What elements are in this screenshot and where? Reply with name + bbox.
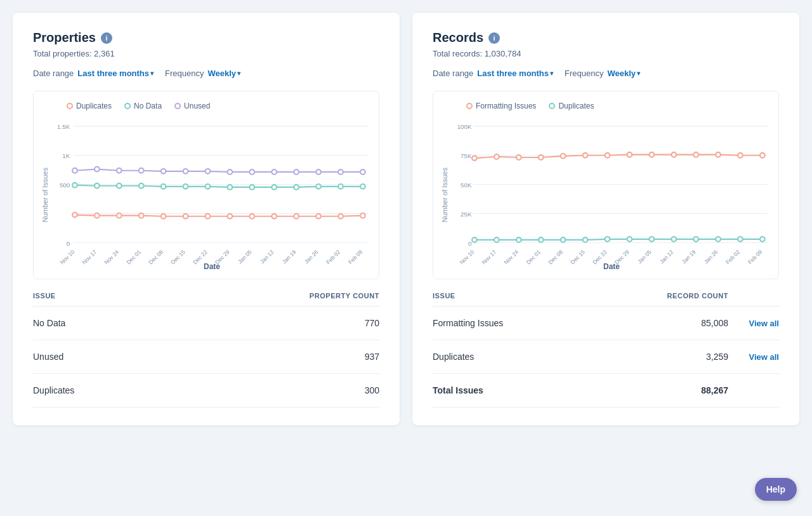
svg-point-40 [139,213,144,218]
view-all-formatting-link[interactable]: View all [728,319,779,328]
svg-point-80 [583,153,588,158]
svg-point-32 [272,185,277,190]
properties-frequency-value[interactable]: Weekly [207,69,240,78]
svg-point-23 [72,183,77,188]
svg-point-13 [161,169,166,174]
svg-point-14 [183,169,188,174]
legend-duplicates-records: Duplicates [549,102,594,110]
svg-point-48 [316,214,321,219]
legend-formatting-label: Formatting Issues [476,102,536,110]
svg-point-34 [316,184,321,189]
svg-point-12 [139,168,144,173]
svg-point-84 [671,152,676,157]
records-chart-container: Number of Issues 100K 75K 50K 25K [441,119,771,271]
svg-text:25K: 25K [461,211,472,218]
table-row: Unused 937 [33,340,379,374]
svg-point-76 [494,154,499,159]
svg-point-94 [583,237,588,242]
records-frequency-value[interactable]: Weekly [607,69,640,78]
svg-text:0: 0 [468,240,472,247]
records-col-issue-header: ISSUE [433,292,630,300]
svg-point-11 [117,168,122,173]
legend-duplicates-dot [67,103,73,109]
svg-text:0: 0 [67,240,70,247]
svg-point-83 [649,152,654,157]
svg-point-87 [738,153,743,158]
row-issue-unused: Unused [33,352,264,362]
properties-chart-inner: 1.5K 1K 500 0 [53,119,371,271]
row-count-nodata: 770 [264,318,379,328]
svg-point-19 [294,169,299,175]
records-date-range-value[interactable]: Last three months [477,69,553,78]
properties-col-issue-header: ISSUE [33,292,264,300]
records-chart-svg: 100K 75K 50K 25K 0 [452,119,771,258]
legend-unused-dot [174,103,181,109]
legend-nodata-dot [124,103,131,109]
table-row: Duplicates 300 [33,374,379,407]
svg-point-24 [95,183,100,189]
records-col-action-header [728,292,779,300]
row-issue-formatting: Formatting Issues [433,318,630,328]
properties-panel: Properties i Total properties: 2,361 Dat… [13,13,400,425]
properties-info-icon[interactable]: i [101,32,112,44]
properties-legend: Duplicates No Data Unused [41,102,371,110]
records-chart-inner: 100K 75K 50K 25K 0 [452,119,771,271]
legend-duplicates-records-label: Duplicates [558,102,594,110]
svg-point-42 [183,214,188,219]
svg-point-43 [206,214,211,219]
records-date-range-label: Date range [433,69,473,78]
total-issue-label: Total Issues [433,385,630,395]
legend-unused: Unused [174,102,210,110]
records-col-count-header: RECORD COUNT [630,292,728,300]
properties-title-text: Properties [33,30,96,45]
records-legend: Formatting Issues Duplicates [441,102,771,110]
svg-point-15 [206,169,211,174]
svg-point-82 [627,152,632,157]
properties-date-range-value[interactable]: Last three months [77,69,154,78]
svg-point-16 [228,169,233,175]
svg-text:500: 500 [60,182,70,189]
row-count-unused: 937 [264,352,379,362]
svg-point-91 [516,237,521,242]
legend-nodata-label: No Data [134,102,162,110]
legend-duplicates-records-dot [549,103,555,109]
svg-point-37 [72,213,77,218]
total-issue-count: 88,267 [630,385,728,395]
svg-point-79 [561,154,566,159]
svg-point-35 [338,184,343,189]
svg-point-99 [693,237,698,242]
svg-point-38 [95,213,100,218]
records-subtitle: Total records: 1,030,784 [433,49,779,58]
svg-point-101 [738,237,743,242]
properties-table-header: ISSUE PROPERTY COUNT [33,286,379,307]
table-row: No Data 770 [33,307,379,340]
view-all-duplicates-link[interactable]: View all [728,352,779,362]
properties-x-axis-label: Date [53,262,371,271]
records-x-axis-label: Date [452,262,771,271]
svg-point-36 [360,184,365,189]
svg-point-88 [760,153,765,158]
properties-y-axis-label: Number of Issues [41,119,49,271]
svg-point-30 [228,185,233,190]
row-issue-duplicates: Duplicates [33,385,264,395]
svg-point-31 [249,185,254,190]
legend-duplicates: Duplicates [67,102,112,110]
legend-formatting-dot [466,103,473,109]
records-info-icon[interactable]: i [488,32,500,44]
svg-point-89 [472,237,477,242]
svg-point-78 [539,155,544,160]
records-total-row: Total Issues 88,267 [433,374,779,407]
svg-point-86 [716,152,721,157]
properties-chart-area: Duplicates No Data Unused Number of Issu… [33,91,379,279]
svg-point-41 [161,214,166,219]
legend-duplicates-label: Duplicates [76,102,112,110]
svg-point-22 [360,169,365,175]
properties-frequency-label: Frequency [165,69,204,78]
row-issue-nodata: No Data [33,318,264,328]
table-row: Duplicates 3,259 View all [433,340,779,374]
svg-point-97 [649,237,654,242]
legend-nodata: No Data [124,102,162,110]
help-button[interactable]: Help [755,478,797,501]
svg-point-50 [360,213,365,218]
svg-point-77 [516,155,521,160]
